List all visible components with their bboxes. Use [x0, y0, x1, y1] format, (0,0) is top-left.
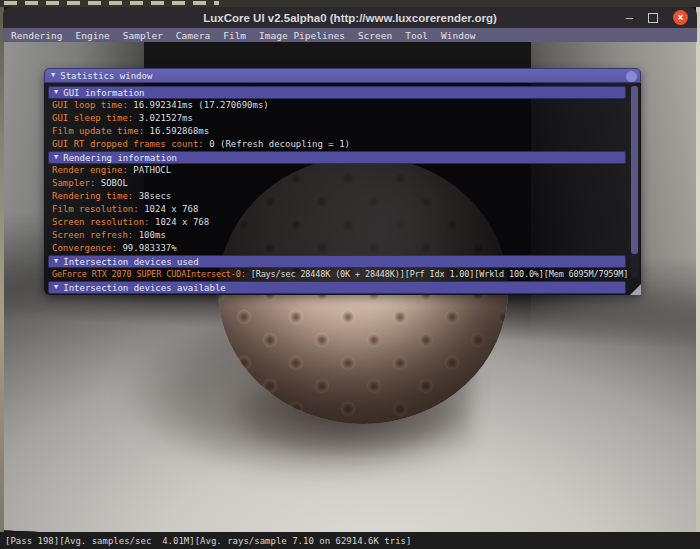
stat-label: GUI sleep time:	[52, 113, 133, 123]
menu-item-image-pipelines[interactable]: Image Pipelines	[259, 30, 345, 41]
render-status-text: [Pass 198][Avg. samples/sec 4.01M][Avg. …	[0, 536, 411, 546]
stat-row-screen-resolution: Screen resolution: 1024 x 768	[48, 216, 637, 229]
menubar: Rendering Engine Sampler Camera Film Ima…	[3, 28, 697, 42]
section-header-intersection-devices-available[interactable]: ▼ Intersection devices available	[48, 281, 626, 294]
stat-label: Sampler:	[52, 178, 95, 188]
collapse-dot-button[interactable]	[626, 71, 637, 82]
menu-item-tool[interactable]: Tool	[405, 30, 428, 41]
stat-label: GUI RT dropped frames count:	[52, 139, 204, 149]
stat-value: 99.983337%	[122, 243, 176, 253]
stats-window-titlebar[interactable]: ▼ Statistics window	[44, 68, 641, 83]
collapse-triangle-icon: ▼	[54, 258, 58, 265]
stat-row-convergence: Convergence: 99.983337%	[48, 242, 637, 255]
menu-item-window[interactable]: Window	[441, 30, 475, 41]
stat-value: SOBOL	[101, 178, 128, 188]
section-header-intersection-devices-used[interactable]: ▼ Intersection devices used	[48, 255, 626, 268]
stat-label: Render engine:	[52, 165, 128, 175]
section-header-gui-information[interactable]: ▼ GUI information	[48, 86, 626, 99]
stat-value: 16.992341ms (17.270690ms)	[133, 100, 268, 110]
stats-window-resize-grip[interactable]	[630, 284, 641, 295]
section-title: Rendering information	[63, 153, 177, 163]
stat-row-rt-dropped-frames: GUI RT dropped frames count: 0 (Refresh …	[48, 138, 637, 151]
statusbar: [Pass 198][Avg. samples/sec 4.01M][Avg. …	[0, 532, 700, 549]
collapse-triangle-icon: ▼	[54, 154, 58, 161]
titlebar[interactable]: LuxCore UI v2.5alpha0 (http://www.luxcor…	[3, 7, 697, 28]
screen: LuxCore UI v2.5alpha0 (http://www.luxcor…	[0, 0, 700, 549]
window-controls: – ×	[626, 7, 688, 28]
stat-label: GeForce RTX 2070 SUPER CUDAIntersect-0:	[52, 269, 246, 279]
stat-value: PATHOCL	[133, 165, 171, 175]
menu-item-film[interactable]: Film	[223, 30, 246, 41]
stat-row-device-0: GeForce RTX 2070 SUPER CUDAIntersect-0: …	[48, 268, 637, 281]
window-title: LuxCore UI v2.5alpha0 (http://www.luxcor…	[203, 12, 497, 24]
stat-value: 1024 x 768	[155, 217, 209, 227]
stat-value: 0 (Refresh decoupling = 1)	[209, 139, 350, 149]
stat-row-rendering-time: Rendering time: 38secs	[48, 190, 637, 203]
close-button[interactable]: ×	[673, 10, 688, 25]
render-viewport[interactable]: ▼ Statistics window ▼ GUI information GU…	[4, 42, 696, 532]
stat-value: 1024 x 768	[144, 204, 198, 214]
stat-label: Screen resolution:	[52, 217, 150, 227]
menu-item-camera[interactable]: Camera	[176, 30, 210, 41]
collapse-triangle-icon: ▼	[54, 89, 58, 96]
stat-label: Rendering time:	[52, 191, 133, 201]
stat-value: 38secs	[139, 191, 172, 201]
stat-value: 16.592868ms	[150, 126, 210, 136]
stat-value: 3.021527ms	[139, 113, 193, 123]
minimize-button[interactable]: –	[626, 13, 633, 23]
stat-row-film-update-time: Film update time: 16.592868ms	[48, 125, 637, 138]
collapse-triangle-icon: ▼	[54, 284, 58, 291]
desktop-edge-right	[696, 7, 700, 532]
section-title: GUI information	[63, 88, 144, 98]
stat-row-sampler: Sampler: SOBOL	[48, 177, 637, 190]
stat-value: [Rays/sec 28448K (0K + 28448K)][Prf Idx …	[251, 269, 629, 279]
stat-row-gui-sleep-time: GUI sleep time: 3.021527ms	[48, 112, 637, 125]
stat-label: GUI loop time:	[52, 100, 128, 110]
stats-window[interactable]: ▼ Statistics window ▼ GUI information GU…	[44, 68, 641, 295]
stat-row-gui-loop-time: GUI loop time: 16.992341ms (17.270690ms)	[48, 99, 637, 112]
stats-window-body: ▼ GUI information GUI loop time: 16.9923…	[44, 83, 641, 295]
menu-item-engine[interactable]: Engine	[75, 30, 109, 41]
stat-row-render-engine: Render engine: PATHOCL	[48, 164, 637, 177]
stat-row-film-resolution: Film resolution: 1024 x 768	[48, 203, 637, 216]
stat-label: Convergence:	[52, 243, 117, 253]
stats-window-title: Statistics window	[60, 71, 152, 81]
stat-label: Film resolution:	[52, 204, 139, 214]
stat-row-screen-refresh: Screen refresh: 100ms	[48, 229, 637, 242]
collapse-triangle-icon[interactable]: ▼	[51, 72, 55, 79]
stats-scrollbar-thumb[interactable]	[631, 86, 638, 254]
menu-item-rendering[interactable]: Rendering	[11, 30, 62, 41]
stat-label: Screen refresh:	[52, 230, 133, 240]
menu-item-sampler[interactable]: Sampler	[123, 30, 163, 41]
section-header-rendering-information[interactable]: ▼ Rendering information	[48, 151, 626, 164]
stats-scrollbar[interactable]	[631, 86, 638, 278]
menu-item-screen[interactable]: Screen	[358, 30, 392, 41]
section-title: Intersection devices available	[63, 283, 226, 293]
stat-value: 100ms	[139, 230, 166, 240]
maximize-button[interactable]	[648, 13, 658, 23]
stat-label: Film update time:	[52, 126, 144, 136]
background-window-sliver	[0, 0, 700, 7]
section-title: Intersection devices used	[63, 257, 198, 267]
